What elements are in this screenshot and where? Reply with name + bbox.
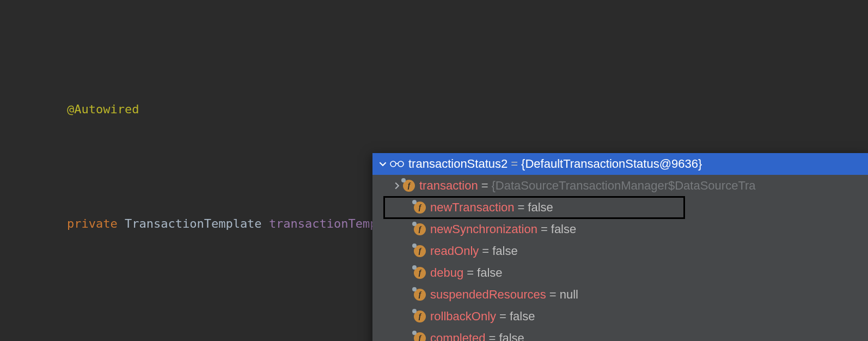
watch-icon (389, 158, 405, 170)
type-transaction-template: TransactionTemplate (125, 217, 262, 230)
debug-field-name: newTransaction (430, 197, 514, 218)
field-icon: f (414, 245, 426, 257)
field-icon: f (414, 310, 426, 322)
field-icon: f (414, 289, 426, 301)
debug-field-value: false (551, 218, 576, 240)
field-icon: f (414, 202, 426, 214)
debug-field-row[interactable]: fsuspendedResources=null (372, 284, 868, 306)
debug-field-name: readOnly (430, 240, 479, 262)
debug-field-name: suspendedResources (430, 284, 546, 306)
debug-header-value: {DefaultTransactionStatus@9636} (521, 153, 702, 175)
debug-field-name: debug (430, 262, 463, 284)
debug-field-value: null (560, 284, 578, 306)
debug-field-value: false (477, 262, 502, 284)
svg-point-1 (398, 161, 404, 167)
debug-field-value: false (499, 327, 524, 341)
debug-variable-popup[interactable]: transactionStatus2 = {DefaultTransaction… (372, 153, 868, 341)
field-icon: f (414, 332, 426, 341)
debug-field-row[interactable]: fdebug=false (372, 262, 868, 284)
svg-point-0 (390, 161, 396, 167)
debug-field-name: completed (430, 327, 486, 341)
debug-field-row[interactable]: fcompleted=false (372, 327, 868, 341)
debug-popup-header[interactable]: transactionStatus2 = {DefaultTransaction… (372, 153, 868, 175)
keyword-private: private (67, 217, 118, 230)
debug-field-name: rollbackOnly (430, 306, 496, 327)
chevron-right-icon[interactable] (391, 180, 403, 192)
field-icon: f (403, 180, 415, 192)
debug-field-value: false (528, 197, 553, 218)
debug-field-row[interactable]: freadOnly=false (372, 240, 868, 262)
debug-field-row[interactable]: frollbackOnly=false (372, 306, 868, 327)
chevron-down-icon[interactable] (377, 158, 389, 170)
debug-header-name: transactionStatus2 (408, 153, 508, 175)
debug-field-row[interactable]: fnewTransaction=false (372, 197, 868, 218)
debug-field-value: {DataSourceTransactionManager$DataSource… (491, 175, 755, 197)
debug-field-row[interactable]: fnewSynchronization=false (372, 218, 868, 240)
debug-field-name: newSynchronization (430, 218, 537, 240)
debug-field-value: false (492, 240, 517, 262)
debug-field-row[interactable]: ftransaction={DataSourceTransactionManag… (372, 175, 868, 197)
debug-field-name: transaction (419, 175, 478, 197)
field-icon: f (414, 267, 426, 279)
field-icon: f (414, 223, 426, 235)
debug-field-value: false (510, 306, 535, 327)
annotation: @Autowired (67, 102, 139, 116)
